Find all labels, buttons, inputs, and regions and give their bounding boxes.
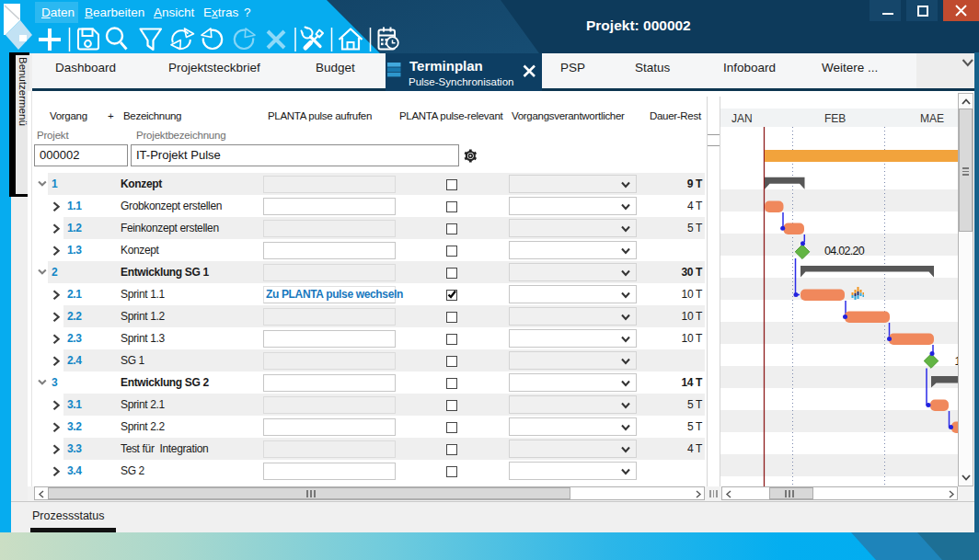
svg-text:FEB: FEB	[824, 112, 846, 125]
svg-text:04.02.20: 04.02.20	[824, 245, 865, 257]
svg-text:JAN: JAN	[731, 112, 753, 125]
svg-text:MAE: MAE	[920, 112, 944, 125]
